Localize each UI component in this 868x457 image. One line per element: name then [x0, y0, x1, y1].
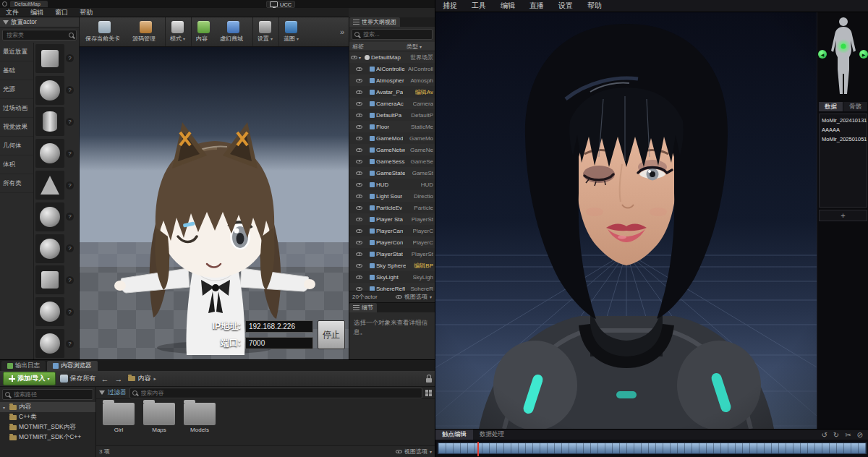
visibility-toggle-icon[interactable]: [356, 229, 362, 233]
forward-icon[interactable]: →: [114, 375, 124, 383]
visibility-toggle-icon[interactable]: [356, 137, 362, 140]
outliner-row[interactable]: ▾ SkyLight SkyLigh: [349, 271, 435, 283]
help-icon[interactable]: ?: [66, 150, 74, 158]
menu-item[interactable]: 窗口: [49, 8, 74, 17]
ucc-button[interactable]: UCC: [266, 1, 295, 8]
placeable-actor-item[interactable]: ?: [34, 201, 79, 233]
actor-label[interactable]: GameNetw: [376, 147, 405, 153]
outliner-row[interactable]: ▾ HUD HUD: [349, 179, 435, 190]
category-item[interactable]: 视觉效果: [0, 118, 33, 137]
menu-item[interactable]: 帮助: [580, 1, 609, 11]
actor-label[interactable]: PlayerCan: [376, 228, 403, 234]
actor-label[interactable]: PlayerCon: [376, 239, 403, 246]
actor-label[interactable]: GameMod: [376, 135, 403, 142]
filter-label[interactable]: 过滤器: [108, 388, 127, 397]
actor-label[interactable]: HUD: [376, 181, 388, 188]
menu-item[interactable]: 捕捉: [435, 1, 464, 11]
actor-label[interactable]: SphereRefl: [376, 286, 405, 291]
outliner-row[interactable]: ▾ Light Sour Directio: [349, 190, 435, 202]
outliner-row[interactable]: ▾ AIControlle AIControll: [349, 63, 435, 74]
actor-type[interactable]: SphereR: [410, 286, 433, 291]
shape-thumbnail[interactable]: [35, 107, 64, 136]
recording-item[interactable]: AAAAA: [820, 125, 867, 134]
toolbar-overflow-button[interactable]: »: [337, 27, 347, 36]
shape-thumbnail[interactable]: [35, 234, 64, 263]
help-icon[interactable]: ?: [66, 213, 74, 221]
actor-type[interactable]: Atmosph: [410, 77, 433, 84]
playhead[interactable]: [477, 442, 479, 456]
outliner-row[interactable]: ▾ PlayerStat PlayerSt: [349, 248, 435, 260]
view-options-button[interactable]: 视图选项 ▾: [396, 293, 432, 301]
asset-search-input[interactable]: [140, 389, 420, 397]
path-item[interactable]: ▾ MOTMIRT_SDK内容: [0, 422, 95, 432]
add-recording-button[interactable]: +: [819, 210, 867, 221]
view-options-button[interactable]: 视图选项 ▾: [396, 448, 432, 456]
tab-data[interactable]: 数据: [819, 102, 843, 111]
outliner-row[interactable]: ▾ GameState GameSt: [349, 167, 435, 179]
actor-label[interactable]: Avatar_Pa: [376, 89, 403, 95]
tab-skeleton[interactable]: 骨骼: [843, 102, 867, 111]
toolbar-button[interactable]: 设置 ▾: [252, 17, 277, 46]
path-item[interactable]: ▾ C++类: [0, 412, 95, 422]
actor-label[interactable]: Atmospher: [376, 77, 404, 84]
folder-item[interactable]: Models: [182, 403, 218, 433]
help-icon[interactable]: ?: [66, 54, 74, 62]
menu-item[interactable]: 文件: [0, 8, 25, 17]
outliner-row[interactable]: ▾ DefaultPa DefaultP: [349, 109, 435, 121]
outliner-row[interactable]: ▾ CameraAc Camera: [349, 98, 435, 109]
visibility-toggle-icon[interactable]: [356, 287, 362, 291]
visibility-toggle-icon[interactable]: [356, 241, 362, 244]
save-all-button[interactable]: 保存所有: [60, 374, 96, 383]
folder-item[interactable]: Girl: [101, 403, 137, 433]
rotate-left-button[interactable]: ◀: [818, 50, 827, 59]
placeable-actor-item[interactable]: ?: [34, 43, 79, 74]
actor-label[interactable]: DefaultMap: [371, 54, 401, 61]
toolbar-button[interactable]: 源码管理 ▾: [128, 17, 163, 46]
place-actor-search-input[interactable]: [5, 31, 67, 39]
shape-thumbnail[interactable]: [35, 202, 64, 231]
outliner-row[interactable]: ▾ Player Sta PlayerSt: [349, 213, 435, 225]
actor-type[interactable]: Particle: [414, 205, 433, 211]
shape-thumbnail[interactable]: [35, 265, 64, 294]
actor-type[interactable]: GameMo: [409, 135, 433, 142]
actor-type[interactable]: Directio: [414, 193, 433, 200]
folder-item[interactable]: Maps: [141, 403, 177, 433]
outliner-row[interactable]: ▾ PlayerCan PlayerC: [349, 225, 435, 236]
menu-item[interactable]: 编辑: [25, 8, 49, 17]
help-icon[interactable]: ?: [66, 118, 74, 126]
placeable-actor-item[interactable]: ?: [34, 137, 79, 169]
recording-item[interactable]: MoMir_20250105165902: [820, 134, 867, 144]
visibility-toggle-icon[interactable]: [356, 102, 362, 106]
actor-label[interactable]: ParticleEv: [376, 205, 402, 211]
menu-item[interactable]: 设置: [551, 1, 580, 11]
undo-icon[interactable]: ↺: [821, 431, 827, 439]
outliner-row[interactable]: ▾ DefaultMap 世界场景: [349, 51, 435, 63]
shape-thumbnail[interactable]: [35, 171, 64, 200]
category-item[interactable]: 体积: [0, 155, 33, 174]
actor-label[interactable]: SkyLight: [376, 274, 399, 281]
help-icon[interactable]: ?: [66, 86, 74, 94]
toolbar-button[interactable]: 内容 ▾: [191, 17, 216, 46]
rotate-right-button[interactable]: ▶: [859, 50, 868, 59]
actor-type[interactable]: PlayerSt: [412, 216, 433, 223]
visibility-toggle-icon[interactable]: [356, 125, 362, 129]
visibility-toggle-icon[interactable]: [356, 276, 362, 279]
category-item[interactable]: 几何体: [0, 137, 33, 155]
back-icon[interactable]: ←: [101, 375, 110, 383]
tab-output-log[interactable]: 输出日志: [1, 361, 46, 371]
shape-thumbnail[interactable]: [35, 139, 64, 168]
placeable-actor-item[interactable]: ?: [34, 233, 79, 265]
visibility-toggle-icon[interactable]: [356, 252, 362, 256]
visibility-toggle-icon[interactable]: [356, 264, 362, 268]
actor-label[interactable]: Player Sta: [376, 216, 403, 223]
placeable-actor-item[interactable]: ?: [34, 106, 79, 138]
column-label[interactable]: 标签: [352, 43, 364, 51]
actor-type[interactable]: PlayerC: [413, 228, 433, 234]
outliner-search-input[interactable]: [362, 30, 430, 38]
outliner-row[interactable]: ▾ GameSess GameSe: [349, 155, 435, 167]
shape-thumbnail[interactable]: [35, 329, 64, 358]
expand-caret-icon[interactable]: ▾: [3, 405, 7, 410]
tab-data-process[interactable]: 数据处理: [473, 430, 511, 440]
actor-label[interactable]: Light Sour: [376, 193, 402, 200]
stop-button[interactable]: 停止: [318, 320, 345, 349]
